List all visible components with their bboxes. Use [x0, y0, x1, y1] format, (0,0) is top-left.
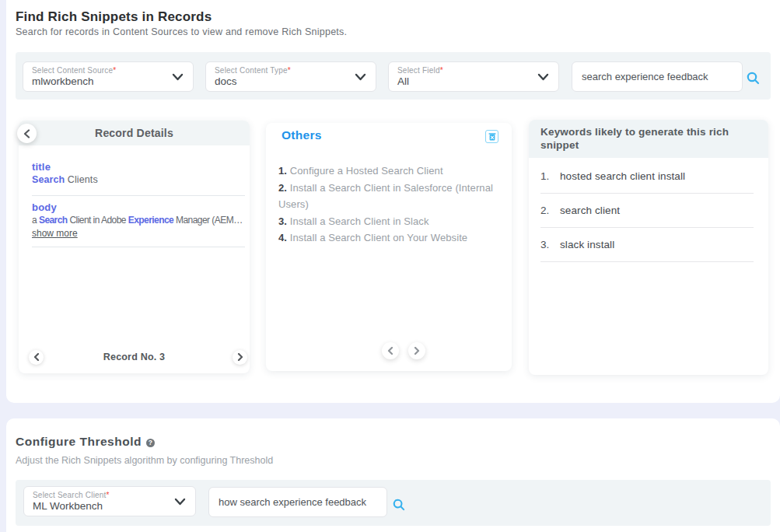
record-field-body-value: a Search Client in Adobe Experience Mana… — [32, 215, 245, 226]
back-button[interactable] — [17, 124, 37, 143]
next-record-button[interactable] — [233, 350, 247, 365]
others-card: Others 1. Configure a Hosted Search Clie… — [266, 123, 512, 371]
content-type-select[interactable]: Select Content Type* docs — [205, 61, 376, 92]
keyword-row[interactable]: 1. hosted search client install — [540, 159, 754, 194]
keywords-list: 1. hosted search client install 2. searc… — [529, 159, 768, 262]
chevron-down-icon — [174, 498, 186, 506]
threshold-filter-bar: Select Search Client* ML Workbench — [16, 480, 771, 526]
trash-icon — [488, 132, 496, 141]
required-star: * — [113, 66, 116, 75]
field-label: Select Field* — [397, 66, 532, 75]
chevron-right-icon — [414, 347, 420, 355]
others-list-item[interactable]: 3. Install a Search Client in Slack — [278, 213, 501, 230]
threshold-search-input[interactable] — [208, 487, 387, 517]
record-field-title-value: Search Clients — [32, 174, 245, 185]
keywords-card: Keywords likely to generate this rich sn… — [529, 120, 768, 375]
find-filter-bar: Select Content Source* mlworkbench Selec… — [16, 52, 771, 100]
required-star: * — [107, 491, 110, 499]
search-client-label: Select Search Client* — [33, 491, 169, 499]
divider — [32, 247, 245, 247]
threshold-title-row: Configure Threshold ? — [16, 435, 155, 449]
record-search-input[interactable] — [572, 61, 743, 92]
page-subtitle: Search for records in Content Sources to… — [16, 26, 347, 37]
threshold-title: Configure Threshold — [16, 435, 142, 449]
keyword-row[interactable]: 2. search client — [540, 194, 754, 228]
others-pagination — [296, 342, 512, 359]
content-type-value: docs — [215, 75, 349, 87]
field-select[interactable]: Select Field* All — [388, 61, 559, 92]
content-source-value: mlworkbench — [32, 75, 166, 87]
chevron-left-icon — [23, 129, 30, 138]
field-value: All — [397, 75, 532, 87]
content-source-label: Select Content Source* — [32, 66, 166, 75]
previous-page-button[interactable] — [382, 342, 399, 359]
divider — [32, 195, 245, 196]
record-details-card: Record Details title Search Clients body… — [19, 121, 250, 373]
record-pagination: Record No. 3 — [19, 348, 250, 366]
keyword-row[interactable]: 3. slack install — [540, 228, 754, 262]
record-details-header: Record Details — [19, 121, 250, 145]
record-number: Record No. 3 — [19, 352, 250, 362]
required-star: * — [440, 66, 443, 75]
content-type-label: Select Content Type* — [215, 66, 349, 75]
search-client-select[interactable]: Select Search Client* ML Workbench — [23, 486, 196, 516]
show-more-link[interactable]: show more — [32, 228, 78, 239]
page-title: Find Rich Snippets in Records — [16, 9, 212, 25]
others-list-item[interactable]: 2. Install a Search Client in Salesforce… — [278, 180, 501, 213]
chevron-left-icon — [387, 347, 393, 355]
others-list-item[interactable]: 1. Configure a Hosted Search Client — [278, 163, 501, 180]
search-client-value: ML Workbench — [33, 500, 169, 512]
keywords-title: Keywords likely to generate this rich sn… — [540, 126, 729, 151]
record-details-title: Record Details — [95, 127, 173, 139]
keywords-header: Keywords likely to generate this rich sn… — [529, 120, 768, 158]
record-details-body: title Search Clients body a Search Clien… — [19, 145, 250, 247]
rich-snippets-page: Find Rich Snippets in Records Search for… — [0, 0, 780, 532]
help-icon[interactable]: ? — [146, 439, 155, 447]
search-icon[interactable] — [393, 499, 405, 511]
threshold-subtitle: Adjust the Rich Snippets algorithm by co… — [16, 455, 273, 466]
required-star: * — [288, 66, 291, 75]
remove-snippet-button[interactable] — [485, 130, 498, 143]
chevron-down-icon — [537, 73, 549, 81]
others-list: 1. Configure a Hosted Search Client 2. I… — [278, 163, 501, 247]
chevron-down-icon — [172, 73, 184, 81]
others-title: Others — [282, 128, 322, 142]
record-field-title-label: title — [32, 161, 245, 173]
chevron-down-icon — [355, 73, 366, 81]
search-icon[interactable] — [747, 72, 760, 85]
next-page-button[interactable] — [408, 342, 425, 359]
record-field-body-label: body — [32, 201, 245, 213]
content-source-select[interactable]: Select Content Source* mlworkbench — [23, 61, 194, 92]
others-list-item[interactable]: 4. Install a Search Client on Your Websi… — [278, 229, 501, 247]
chevron-right-icon — [237, 353, 243, 361]
